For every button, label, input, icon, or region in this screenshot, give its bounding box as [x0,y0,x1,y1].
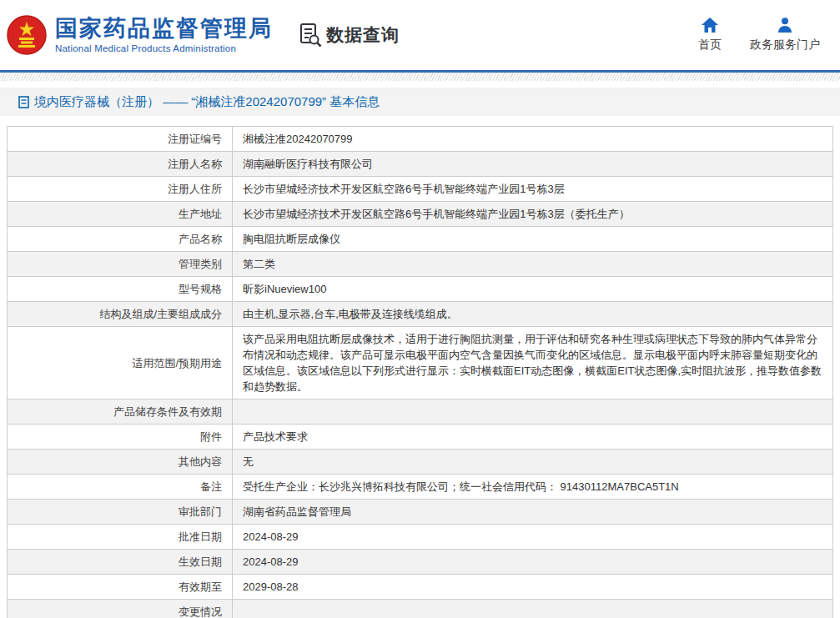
row-value: 昕影iNueview100 [233,277,833,302]
row-value: 2024-08-29 [233,525,833,550]
table-wrap: 注册证编号湘械注准20242070799注册人名称湖南融昕医疗科技有限公司注册人… [7,126,833,618]
row-value: 2029-08-28 [233,575,833,600]
row-label: 附件 [8,425,233,450]
row-label: 其他内容 [8,450,233,475]
row-label: 生效日期 [8,550,233,575]
site-header: 国家药品监督管理局 National Medical Products Admi… [0,0,840,70]
home-icon [702,18,718,33]
table-row: 产品名称胸电阻抗断层成像仪 [8,227,833,252]
row-label: 型号规格 [8,277,233,302]
table-row: 其他内容无 [8,450,833,475]
table-row: 生效日期2024-08-29 [8,550,833,575]
page: 国家药品监督管理局 National Medical Products Admi… [0,0,840,618]
row-value: 2024-08-29 [233,550,833,575]
row-label: 备注 [8,475,233,500]
nav-gov-portal[interactable]: 政务服务门户 [750,18,820,53]
row-value: 长沙市望城经济技术开发区航空路6号手机智能终端产业园1号栋3层 [233,177,833,202]
info-table: 注册证编号湘械注准20242070799注册人名称湖南融昕医疗科技有限公司注册人… [7,126,833,618]
table-row: 注册人名称湖南融昕医疗科技有限公司 [8,152,833,177]
national-emblem-logo [7,15,47,55]
table-row: 管理类别第二类 [8,252,833,277]
org-name-en: National Medical Products Administration [55,43,273,53]
header-nav: 首页 政务服务门户 [698,18,820,53]
table-row: 备注受托生产企业：长沙兆兴博拓科技有限公司；统一社会信用代码： 91430112… [8,475,833,500]
hatch-stripe [0,73,840,81]
table-row: 附件产品技术要求 [8,425,833,450]
brand-text: 国家药品监督管理局 National Medical Products Admi… [55,17,273,54]
breadcrumb: 境内医疗器械（注册） —— “湘械注准20242070799” 基本信息 [0,88,840,116]
table-row: 批准日期2024-08-29 [8,525,833,550]
row-label: 产品储存条件及有效期 [8,399,233,425]
table-row: 结构及组成/主要组成成分由主机,显示器,台车,电极带及连接线缆组成。 [8,302,833,327]
row-value: 受托生产企业：长沙兆兴博拓科技有限公司；统一社会信用代码： 91430112MA… [233,475,833,500]
row-value: 由主机,显示器,台车,电极带及连接线缆组成。 [233,302,833,327]
document-icon [18,96,29,108]
table-row: 变更情况 [8,600,833,618]
data-query-section[interactable]: 数据查询 [299,23,400,48]
row-label: 适用范围/预期用途 [8,327,233,399]
row-label: 产品名称 [8,227,233,252]
row-value: 长沙市望城经济技术开发区航空路6号手机智能终端产业园1号栋3层（委托生产） [233,202,833,227]
table-row: 有效期至2029-08-28 [8,575,833,600]
row-label: 注册人名称 [8,152,233,177]
row-value: 无 [233,450,833,475]
table-row: 产品储存条件及有效期 [8,399,833,425]
table-row: 审批部门湖南省药品监督管理局 [8,500,833,525]
row-label: 生产地址 [8,202,233,227]
row-value: 湘械注准20242070799 [233,127,833,152]
row-value: 第二类 [233,252,833,277]
table-row: 型号规格昕影iNueview100 [8,277,833,302]
table-row: 注册证编号湘械注准20242070799 [8,127,833,152]
breadcrumb-text: 境内医疗器械（注册） —— “湘械注准20242070799” 基本信息 [34,94,380,110]
row-label: 审批部门 [8,500,233,525]
row-label: 有效期至 [8,575,233,600]
brand[interactable]: 国家药品监督管理局 National Medical Products Admi… [7,15,273,55]
row-value: 湖南省药品监督管理局 [233,500,833,525]
table-row: 适用范围/预期用途该产品采用电阻抗断层成像技术，适用于进行胸阻抗测量，用于评估和… [8,327,833,399]
user-icon [777,18,792,33]
row-value: 胸电阻抗断层成像仪 [233,227,833,252]
row-value: 湖南融昕医疗科技有限公司 [233,152,833,177]
row-value: 产品技术要求 [233,425,833,450]
row-label: 变更情况 [8,600,233,618]
row-label: 注册人住所 [8,177,233,202]
org-name-cn: 国家药品监督管理局 [55,17,273,42]
info-table-body: 注册证编号湘械注准20242070799注册人名称湖南融昕医疗科技有限公司注册人… [8,127,833,618]
nav-home-label: 首页 [698,38,722,53]
row-value [233,399,833,425]
row-label: 批准日期 [8,525,233,550]
nav-home[interactable]: 首页 [698,18,722,53]
row-value [233,600,833,618]
row-label: 结构及组成/主要组成成分 [8,302,233,327]
table-row: 注册人住所长沙市望城经济技术开发区航空路6号手机智能终端产业园1号栋3层 [8,177,833,202]
row-label: 管理类别 [8,252,233,277]
row-label: 注册证编号 [8,127,233,152]
table-row: 生产地址长沙市望城经济技术开发区航空路6号手机智能终端产业园1号栋3层（委托生产… [8,202,833,227]
data-query-label: 数据查询 [326,23,400,47]
nav-gov-portal-label: 政务服务门户 [750,38,820,53]
row-value: 该产品采用电阻抗断层成像技术，适用于进行胸阻抗测量，用于评估和研究各种生理或病理… [233,327,833,399]
data-query-icon [299,23,322,48]
